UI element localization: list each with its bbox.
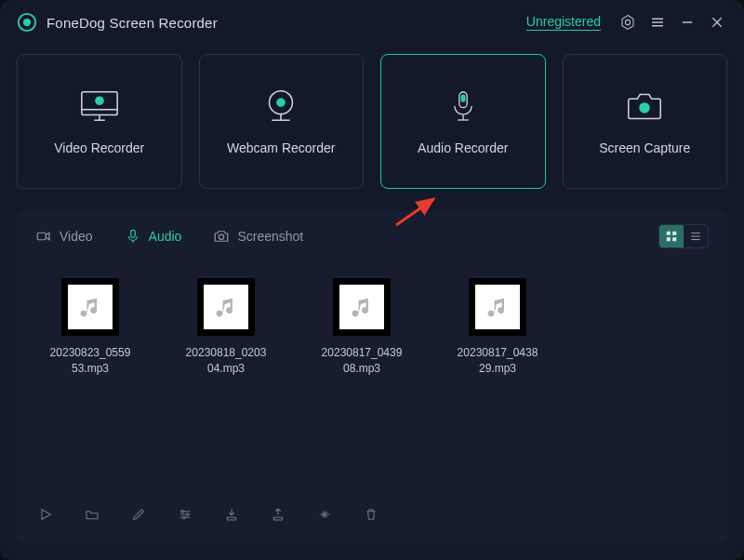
settings-icon[interactable] — [618, 12, 638, 33]
export-icon[interactable] — [268, 504, 288, 525]
hamburger-menu-icon[interactable] — [647, 12, 668, 33]
file-item[interactable]: 20230823_0559 53.mp3 — [35, 278, 145, 377]
svg-rect-22 — [37, 233, 46, 240]
svg-rect-26 — [667, 232, 671, 235]
tab-label: Screenshot — [237, 229, 303, 244]
card-label: Video Recorder — [54, 140, 144, 155]
svg-rect-28 — [667, 237, 671, 241]
svg-marker-2 — [622, 16, 633, 30]
camera-icon — [213, 228, 230, 245]
webcam-icon — [259, 88, 302, 124]
svg-point-39 — [182, 516, 185, 519]
app-window: FoneDog Screen Recorder Unregistered Vid… — [0, 0, 744, 560]
svg-point-25 — [219, 234, 224, 239]
titlebar: FoneDog Screen Recorder Unregistered — [17, 0, 727, 45]
svg-point-21 — [640, 102, 651, 113]
svg-point-3 — [625, 20, 630, 24]
file-name: 20230823_0559 53.mp3 — [50, 345, 131, 377]
webcam-recorder-card[interactable]: Webcam Recorder — [199, 54, 365, 189]
recorder-cards: Video Recorder Webcam Recorder Audio Rec… — [17, 45, 727, 211]
svg-point-38 — [186, 513, 189, 516]
svg-point-37 — [181, 510, 184, 513]
card-label: Screen Capture — [599, 140, 690, 155]
app-logo-icon — [17, 12, 37, 33]
svg-point-1 — [23, 19, 31, 26]
file-thumbnail — [61, 278, 119, 336]
camera-icon — [623, 88, 666, 124]
tab-video[interactable]: Video — [35, 228, 93, 245]
file-thumbnail — [333, 278, 391, 336]
grid-view-button[interactable] — [659, 225, 684, 247]
unregistered-link[interactable]: Unregistered — [526, 14, 601, 31]
play-icon[interactable] — [35, 504, 56, 525]
cut-icon[interactable] — [314, 504, 335, 525]
file-item[interactable]: 20230817_0439 08.mp3 — [307, 278, 417, 377]
video-icon — [35, 228, 52, 245]
screen-capture-card[interactable]: Screen Capture — [563, 54, 728, 189]
file-item[interactable]: 20230818_0203 04.mp3 — [171, 278, 281, 377]
monitor-icon — [78, 88, 121, 124]
view-toggle — [658, 224, 709, 248]
microphone-icon — [442, 88, 485, 124]
svg-point-14 — [95, 96, 104, 105]
gallery-panel: Video Audio Screenshot — [17, 211, 727, 543]
file-grid: 20230823_0559 53.mp3 20230818_0203 04.mp… — [35, 261, 709, 377]
file-thumbnail — [469, 278, 526, 336]
svg-marker-33 — [42, 510, 50, 520]
file-toolbar — [35, 504, 381, 525]
file-name: 20230817_0438 29.mp3 — [458, 345, 538, 377]
tab-audio[interactable]: Audio — [125, 228, 182, 245]
card-label: Audio Recorder — [418, 140, 508, 155]
svg-rect-18 — [460, 94, 465, 101]
app-title: FoneDog Screen Recorder — [46, 15, 218, 31]
tab-label: Video — [60, 229, 93, 244]
gallery-tabs: Video Audio Screenshot — [35, 211, 709, 261]
svg-rect-23 — [130, 230, 135, 237]
video-recorder-card[interactable]: Video Recorder — [17, 54, 182, 189]
folder-icon[interactable] — [82, 504, 102, 525]
file-name: 20230817_0439 08.mp3 — [322, 345, 403, 377]
file-thumbnail — [197, 278, 255, 336]
list-view-button[interactable] — [684, 225, 708, 247]
edit-icon[interactable] — [128, 504, 149, 525]
card-label: Webcam Recorder — [227, 140, 335, 155]
tab-label: Audio — [149, 229, 182, 244]
file-name: 20230818_0203 04.mp3 — [186, 345, 267, 377]
minimize-button[interactable] — [677, 12, 698, 33]
audio-recorder-card[interactable]: Audio Recorder — [380, 54, 546, 189]
tab-screenshot[interactable]: Screenshot — [213, 228, 303, 245]
sliders-icon[interactable] — [175, 504, 195, 525]
microphone-icon — [125, 228, 141, 245]
close-button[interactable] — [707, 12, 727, 33]
delete-icon[interactable] — [361, 504, 381, 525]
import-icon[interactable] — [221, 504, 242, 525]
svg-point-16 — [276, 98, 286, 107]
svg-rect-29 — [672, 237, 676, 241]
file-item[interactable]: 20230817_0438 29.mp3 — [443, 278, 552, 377]
svg-rect-27 — [672, 232, 676, 235]
